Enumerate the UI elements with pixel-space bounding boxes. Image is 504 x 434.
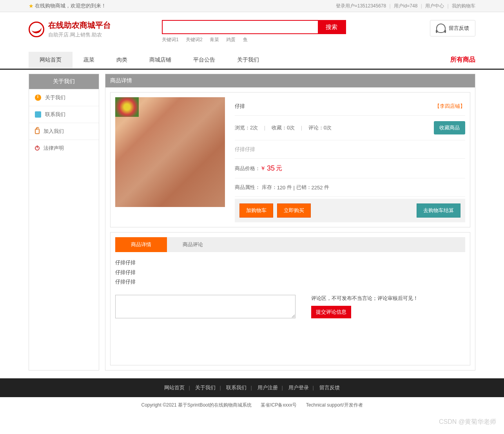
logo-area[interactable]: 在线助农商城平台 自助开店.网上销售.助农 — [29, 20, 162, 38]
copyright: Copyright ©2021 基于SprintBoot的在线购物商城系统 某省… — [0, 397, 504, 413]
power-icon — [35, 146, 40, 151]
detail-box: 商品详情 商品评论 仔排仔排 仔排仔排 仔排仔排 评论区，不可发布不当言论；评论… — [110, 232, 470, 365]
product-box: 仔排 【李四店铺】 浏览：2次 | 收藏：0次 | 评论：0次 收藏商品 仔排仔… — [110, 92, 470, 227]
feedback-button[interactable]: 留言反馈 — [430, 20, 475, 36]
sidebar-item-legal[interactable]: 法律声明 — [29, 140, 99, 156]
keyword-link[interactable]: 鱼 — [243, 37, 248, 42]
info-icon — [35, 94, 41, 101]
attr-row: 商品属性： 库存：120 件 | 已销：2252 件 — [235, 178, 465, 197]
top-right-links: 登录用户=13512345678 | 用户id=748 | 用户中心 | 我的购… — [336, 3, 475, 9]
main-content: 关于我们 关于我们 联系我们 加入我们 法律声明 商品详情 仔排 【李四店铺】 — [29, 74, 475, 370]
search-area: 搜索 关键词1 关键词2 青菜 鸡蛋 鱼 — [162, 20, 430, 43]
tab-detail[interactable]: 商品详情 — [115, 237, 167, 252]
add-cart-button[interactable]: 加购物车 — [239, 203, 273, 218]
sidebar-item-contact[interactable]: 联系我们 — [29, 106, 99, 123]
content-header: 商品详情 — [105, 74, 475, 87]
sidebar-item-about[interactable]: 关于我们 — [29, 89, 99, 106]
product-stats: 浏览：2次 | 收藏：0次 | 评论：0次 — [235, 124, 332, 131]
sidebar-header: 关于我们 — [29, 74, 99, 89]
tab-comment[interactable]: 商品评论 — [167, 237, 219, 252]
logo-subtitle: 自助开店.网上销售.助农 — [48, 31, 111, 38]
detail-line: 仔排仔排 — [115, 268, 465, 278]
tabs: 商品详情 商品评论 — [115, 237, 465, 252]
clipboard-icon — [35, 111, 41, 118]
checkout-button[interactable]: 去购物车结算 — [417, 203, 460, 218]
product-info: 仔排 【李四店铺】 浏览：2次 | 收藏：0次 | 评论：0次 收藏商品 仔排仔… — [235, 97, 465, 222]
favorite-button[interactable]: 收藏商品 — [434, 121, 465, 134]
lock-icon — [35, 129, 40, 134]
product-desc: 仔排仔排 — [235, 140, 465, 159]
nav-meat[interactable]: 肉类 — [105, 52, 138, 68]
footer-link[interactable]: 用户注册 — [257, 385, 278, 390]
comment-textarea[interactable] — [115, 295, 296, 318]
keyword-link[interactable]: 关键词2 — [186, 37, 203, 42]
nav-vegetables[interactable]: 蔬菜 — [73, 52, 105, 68]
star-icon: ★ — [29, 3, 34, 9]
comment-area: 评论区，不可发布不当言论；评论审核后可见！ 提交评论信息 — [115, 295, 465, 318]
detail-line: 仔排仔排 — [115, 258, 465, 268]
search-button[interactable]: 搜索 — [318, 21, 345, 33]
sidebar-item-join[interactable]: 加入我们 — [29, 123, 99, 140]
header: 在线助农商城平台 自助开店.网上销售.助农 搜索 关键词1 关键词2 青菜 鸡蛋… — [29, 12, 475, 47]
action-row: 加购物车 立即购买 去购物车结算 — [235, 199, 465, 222]
product-image — [115, 97, 225, 207]
user-id: 用户id=748 — [394, 3, 417, 9]
footer-link[interactable]: 联系我们 — [226, 385, 247, 390]
detail-content: 仔排仔排 仔排仔排 仔排仔排 — [115, 252, 465, 293]
footer-link[interactable]: 关于我们 — [195, 385, 216, 390]
user-center-link[interactable]: 用户中心 — [425, 3, 444, 9]
logo-title: 在线助农商城平台 — [48, 20, 111, 31]
buy-now-button[interactable]: 立即购买 — [277, 203, 311, 218]
search-keywords: 关键词1 关键词2 青菜 鸡蛋 鱼 — [162, 36, 430, 43]
nav-shops[interactable]: 商城店铺 — [138, 52, 182, 68]
product-name: 仔排 — [235, 103, 245, 110]
search-input[interactable] — [163, 21, 318, 33]
my-cart-link[interactable]: 我的购物车 — [452, 3, 475, 9]
login-user: 登录用户=13512345678 — [336, 3, 386, 9]
price-row: 商品价格： ￥ 35 元 — [235, 159, 465, 178]
nav-about[interactable]: 关于我们 — [226, 52, 270, 68]
nav-announce[interactable]: 平台公告 — [182, 52, 226, 68]
sidebar: 关于我们 关于我们 联系我们 加入我们 法律声明 — [29, 74, 99, 370]
content-panel: 商品详情 仔排 【李四店铺】 浏览：2次 | 收藏：0次 | 评论：0次 — [105, 74, 475, 370]
nav-home[interactable]: 网站首页 — [29, 52, 73, 68]
nav-bar: 网站首页 蔬菜 肉类 商城店铺 平台公告 关于我们 所有商品 — [0, 51, 504, 70]
footer: 网站首页| 关于我们| 联系我们| 用户注册| 用户登录| 留言反馈 — [0, 378, 504, 397]
comment-notice: 评论区，不可发布不当言论；评论审核后可见！ — [311, 295, 465, 302]
logo-icon — [29, 22, 44, 37]
footer-link[interactable]: 留言反馈 — [319, 385, 340, 390]
top-bar: ★ 在线购物商城，欢迎您的到来！ 登录用户=13512345678 | 用户id… — [0, 0, 504, 12]
welcome-text: ★ 在线购物商城，欢迎您的到来！ — [29, 2, 106, 9]
footer-link[interactable]: 网站首页 — [164, 385, 185, 390]
keyword-link[interactable]: 青菜 — [210, 37, 219, 42]
keyword-link[interactable]: 鸡蛋 — [226, 37, 236, 42]
nav-all-products[interactable]: 所有商品 — [450, 51, 475, 69]
detail-line: 仔排仔排 — [115, 277, 465, 287]
keyword-link[interactable]: 关键词1 — [162, 37, 179, 42]
footer-link[interactable]: 用户登录 — [288, 385, 309, 390]
shop-link[interactable]: 【李四店铺】 — [435, 103, 465, 110]
headset-icon — [436, 24, 446, 33]
submit-comment-button[interactable]: 提交评论信息 — [311, 306, 351, 318]
